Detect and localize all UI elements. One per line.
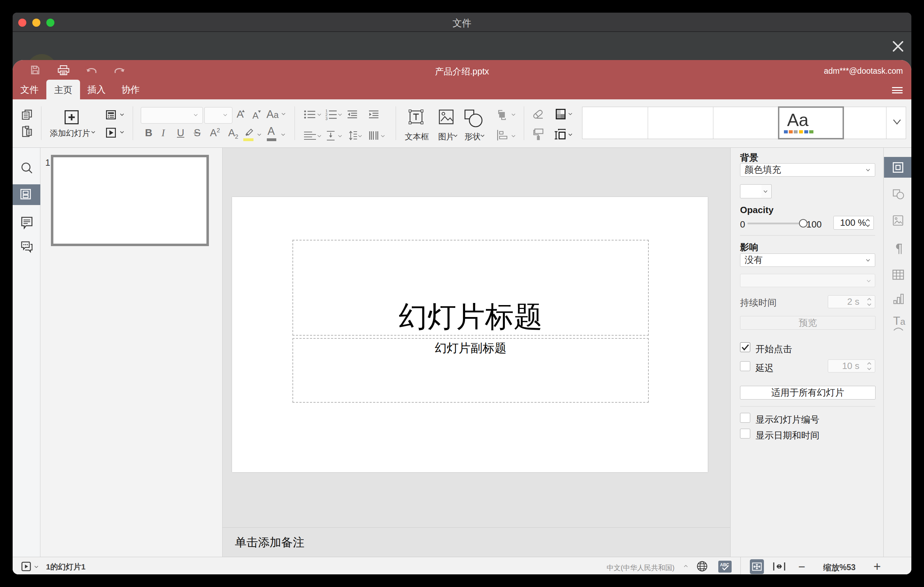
svg-text:3: 3 [325,117,328,120]
